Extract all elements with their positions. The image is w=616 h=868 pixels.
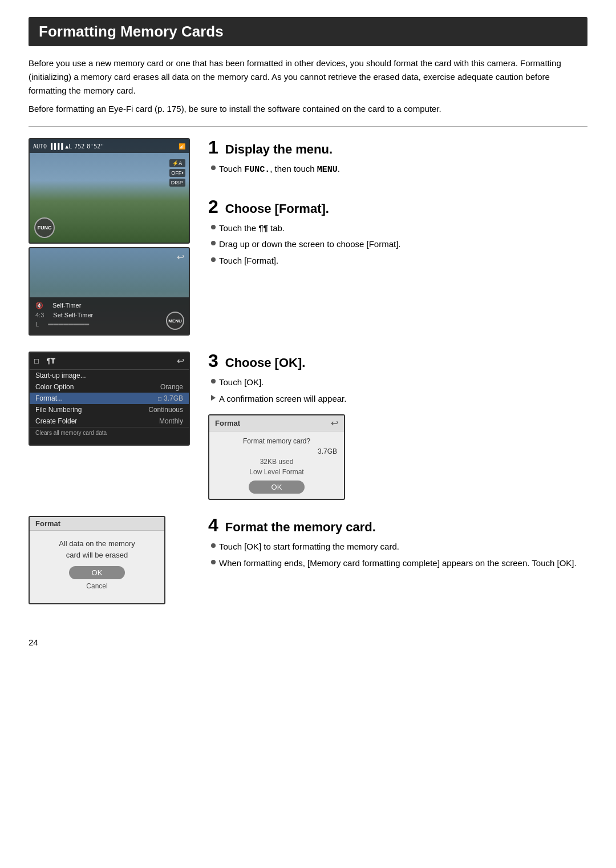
screen5-ok-btn[interactable]: OK xyxy=(69,566,125,579)
disp-label: DISP. xyxy=(169,179,185,187)
step-1-number: 1 xyxy=(208,138,218,156)
step-2-title: Choose [Format]. xyxy=(225,201,329,216)
screen3-filenumber-label: File Numbering xyxy=(35,406,82,414)
screen5-cancel-btn[interactable]: Cancel xyxy=(37,582,157,590)
screen3-back-icon: ↩ xyxy=(177,356,184,366)
screens-group-3: □ ¶T ↩ Start-up image... Color Option Or… xyxy=(29,352,191,446)
step-4-content: 4 Format the memory card. Touch [OK] to … xyxy=(208,516,587,573)
step-2-bullet-1: Touch the ¶¶ tab. xyxy=(211,222,587,235)
screens-group-1-2: AUTO ▐▐▐▐ ▲L 752 8'52" 📶 ⚡A OFF▪ DISP. F… xyxy=(29,138,191,336)
step-2-number: 2 xyxy=(208,197,218,216)
screen5-title-label: Format xyxy=(35,519,60,528)
step-4-bullets: Touch [OK] to start formatting the memor… xyxy=(208,540,587,570)
step-4-bullet-1-text: Touch [OK] to start formatting the memor… xyxy=(219,540,399,554)
step-row-3: □ ¶T ↩ Start-up image... Color Option Or… xyxy=(29,352,587,500)
screen3-startup-label: Start-up image... xyxy=(35,372,86,380)
screen3-color-value: Orange xyxy=(160,383,183,391)
screen3-createfolder-value: Monthly xyxy=(159,417,183,425)
func-button[interactable]: FUNC xyxy=(34,217,55,238)
step-2-bullet-2-text: Drag up or down the screen to choose [Fo… xyxy=(219,238,401,251)
screen5-msg2: card will be erased xyxy=(37,550,157,560)
screen3-item-color: Color Option Orange xyxy=(30,381,189,393)
step-3-title: Choose [OK]. xyxy=(225,356,306,370)
step-2-bullet-3: Touch [Format]. xyxy=(211,255,587,268)
screen5-body: All data on the memory card will be eras… xyxy=(30,531,164,595)
intro-paragraph-2: Before formatting an Eye-Fi card (p. 175… xyxy=(29,102,587,116)
screen3-filenumber-value: Continuous xyxy=(148,406,183,414)
step-2-content: 2 Choose [Format]. Touch the ¶¶ tab. Dra… xyxy=(208,197,587,271)
bullet-dot-icon xyxy=(211,257,216,262)
step-1-title: Display the menu. xyxy=(225,142,333,157)
step-4-header: 4 Format the memory card. xyxy=(208,516,587,535)
step-3-number: 3 xyxy=(208,352,218,370)
screen4-ok-btn[interactable]: OK xyxy=(249,481,305,494)
screen1-side-icons: ⚡A OFF▪ DISP. xyxy=(169,159,185,187)
screen3-item-createfolder: Create Folder Monthly xyxy=(30,415,189,427)
screen2-icon2: 4:3 xyxy=(35,312,44,318)
screen2-label3: ▬▬▬▬▬▬▬▬ xyxy=(48,321,89,328)
step-2-bullet-3-text: Touch [Format]. xyxy=(219,255,278,268)
screen4-used: 32KB used xyxy=(216,458,337,466)
step-3-header: 3 Choose [OK]. xyxy=(208,352,587,370)
camera-screen-5: Format All data on the memory card will … xyxy=(29,516,165,604)
step-3-content: 3 Choose [OK]. Touch [OK]. A confirmatio… xyxy=(208,352,587,500)
step-1-bullet-1: Touch FUNC., then touch MENU. xyxy=(211,163,587,177)
step-1-bullet-1-text: Touch FUNC., then touch MENU. xyxy=(219,163,340,177)
screen4-back-icon: ↩ xyxy=(331,418,338,429)
step-2-bullet-2: Drag up or down the screen to choose [Fo… xyxy=(211,238,587,251)
screen4-lowlevel: Low Level Format xyxy=(216,468,337,476)
screens-group-4: Format All data on the memory card will … xyxy=(29,516,191,604)
page-title: Formatting Memory Cards xyxy=(29,17,587,46)
step-3-bullet-2: A confirmation screen will appear. xyxy=(211,393,587,406)
screen2-menu: 🔇 Self-Timer 4:3 Set Self-Timer L ▬▬▬▬▬▬… xyxy=(30,297,189,334)
step-4-bullet-1: Touch [OK] to start formatting the memor… xyxy=(211,540,587,554)
steps-1-2-text: 1 Display the menu. Touch FUNC., then to… xyxy=(208,138,587,271)
screen4-title-label: Format xyxy=(215,419,240,427)
screen4-size: 3.7GB xyxy=(216,447,337,455)
bullet-dot-icon xyxy=(211,225,216,229)
screen3-format-value-group: □ 3.7GB xyxy=(158,394,183,402)
step-2-bullets: Touch the ¶¶ tab. Drag up or down the sc… xyxy=(208,222,587,268)
intro-paragraph-1: Before you use a new memory card or one … xyxy=(29,56,587,98)
camera-screen-3: □ ¶T ↩ Start-up image... Color Option Or… xyxy=(29,352,190,446)
screen3-item-startup: Start-up image... xyxy=(30,370,189,381)
flash-icon: ⚡A xyxy=(169,159,185,167)
screen3-tab1: □ xyxy=(34,357,39,365)
step-4-title: Format the memory card. xyxy=(225,520,376,535)
section-divider xyxy=(29,126,587,127)
screen3-footer: Clears all memory card data xyxy=(30,427,189,438)
screen2-label2: Set Self-Timer xyxy=(53,312,93,318)
step-3-bullets: Touch [OK]. A confirmation screen will a… xyxy=(208,376,587,405)
camera-screen-4: Format ↩ Format memory card? 3.7GB 32KB … xyxy=(208,414,345,500)
menu-button[interactable]: MENU xyxy=(166,312,184,330)
screen3-item-format: Format... □ 3.7GB xyxy=(30,393,189,404)
screen5-topbar: Format xyxy=(30,517,164,531)
screen1-battery: ▐▐▐▐ xyxy=(49,143,63,150)
step-row-1-2: AUTO ▐▐▐▐ ▲L 752 8'52" 📶 ⚡A OFF▪ DISP. F… xyxy=(29,138,587,336)
screen1-wifi: 📶 xyxy=(179,143,185,150)
step-4-number: 4 xyxy=(208,516,218,534)
screen3-color-label: Color Option xyxy=(35,383,74,391)
screen2-back: ↩ xyxy=(177,252,184,263)
step-3-bullet-1-text: Touch [OK]. xyxy=(219,376,264,389)
screen1-shots: 752 xyxy=(74,143,84,150)
screen2-icon3: L xyxy=(35,321,39,328)
screen2-icon1: 🔇 xyxy=(35,302,43,309)
step-3-bullet-1: Touch [OK]. xyxy=(211,376,587,389)
bullet-arrow-icon xyxy=(211,395,216,401)
screen1-time: 8'52" xyxy=(87,143,104,150)
camera-screen-2: ↩ 🔇 Self-Timer 4:3 Set Self-Timer L ▬▬▬▬… xyxy=(29,247,190,336)
bullet-dot-icon xyxy=(211,560,216,564)
step-4-bullet-2-text: When formatting ends, [Memory card forma… xyxy=(219,557,577,570)
step-row-4: Format All data on the memory card will … xyxy=(29,516,587,604)
screen2-row-1: 🔇 Self-Timer xyxy=(35,302,183,309)
screen1-mode: AUTO xyxy=(33,143,47,150)
off-icon: OFF▪ xyxy=(169,169,185,177)
steps-container: AUTO ▐▐▐▐ ▲L 752 8'52" 📶 ⚡A OFF▪ DISP. F… xyxy=(29,138,587,620)
step-1-header: 1 Display the menu. xyxy=(208,138,587,157)
screen3-tab2: ¶T xyxy=(47,357,55,365)
step-2-bullet-1-text: Touch the ¶¶ tab. xyxy=(219,222,285,235)
step-4-bullet-2: When formatting ends, [Memory card forma… xyxy=(211,557,587,570)
screen5-msg1: All data on the memory xyxy=(37,539,157,549)
screen3-format-value: 3.7GB xyxy=(164,394,183,402)
